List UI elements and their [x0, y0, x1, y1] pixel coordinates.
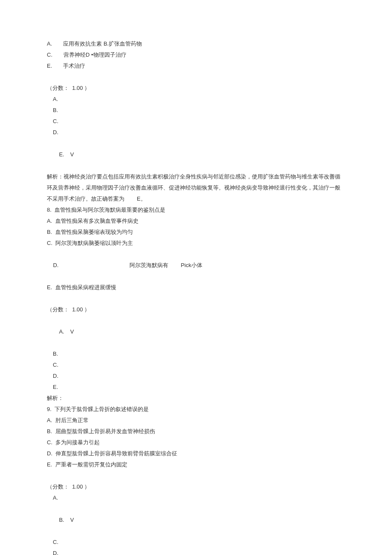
- q9-answer-d: D.: [47, 548, 345, 555]
- q7-answer-e-label: E.: [59, 151, 64, 158]
- q8-option-a: A. 血管性痴呆有多次脑血管事件病史: [47, 216, 345, 227]
- q8-answer-b: B.: [47, 348, 345, 359]
- check-mark-icon: V: [70, 326, 74, 337]
- q7-explanation: 解析：视神经炎治疗要点包括应用有效抗生素积极治疗全身性疾病与邻近部位感染，使用扩…: [47, 171, 345, 204]
- q7-answer-d: D.: [47, 127, 345, 138]
- q8-score: （分数： 1.00 ）: [47, 304, 345, 315]
- q9-option-d: D. 伸直型肱骨髁上骨折容易导致前臂骨筋膜室综合征: [47, 448, 345, 459]
- q9-option-c: C. 多为间接暴力引起: [47, 437, 345, 448]
- q9-score: （分数： 1.00 ）: [47, 481, 345, 492]
- q8-option-c: C. 阿尔茨海默病脑萎缩以顶叶为主: [47, 238, 345, 249]
- q9-option-b: B. 屈曲型肱骨髁上骨折易并发血管神经损伤: [47, 426, 345, 437]
- document-page: A. 应用有效抗生素 B.扩张血管药物 C. 营养神经D •物理因子治疗 E. …: [0, 0, 392, 555]
- q7-option-e: E. 手术治疗: [47, 60, 345, 72]
- q7-option-a-b: A. 应用有效抗生素 B.扩张血管药物: [47, 38, 345, 49]
- q9-option-a: A. 肘后三角正常: [47, 415, 345, 426]
- q8-option-e: E. 血管性痴呆病程进展缓慢: [47, 282, 345, 293]
- q8-answer-e: E.: [47, 382, 345, 393]
- q7-option-c-d: C. 营养神经D •物理因子治疗: [47, 49, 345, 60]
- q8-answer-a-label: A.: [59, 328, 64, 335]
- check-mark-icon: V: [70, 149, 74, 160]
- q9-answer-a: A.: [47, 492, 345, 503]
- q8-explanation: 解析：: [47, 393, 345, 404]
- q9-answer-b-label: B.: [59, 517, 64, 523]
- q9-answer-b: B.V: [47, 503, 345, 537]
- q8-answer-d: D.: [47, 371, 345, 382]
- q9-stem: 9. 下列关于肱骨髁上骨折的叙述错误的是: [47, 404, 345, 415]
- q8-stem: 8. 血管性痴呆与阿尔茨海默病最重要的鉴别点是: [47, 204, 345, 216]
- q7-answer-a: A.: [47, 94, 345, 105]
- q9-option-e: E. 严重者一般需切开复位内固定: [47, 459, 345, 470]
- q9-answer-c: C.: [47, 537, 345, 548]
- q7-score: （分数： 1.00 ）: [47, 83, 345, 94]
- q7-answer-e: E.V: [47, 138, 345, 171]
- q7-answer-c: C.: [47, 116, 345, 127]
- check-mark-icon: V: [70, 515, 74, 526]
- q7-answer-b: B.: [47, 105, 345, 116]
- q8-option-b: B. 血管性痴呆脑萎缩表现较为均匀: [47, 227, 345, 238]
- q8-answer-a: A.V: [47, 315, 345, 348]
- q8-option-d-text: 阿尔茨海默病有 Pick小体: [130, 262, 202, 268]
- q8-answer-c: C.: [47, 359, 345, 371]
- q8-option-d-label: D.: [53, 260, 130, 271]
- q8-option-d: D.阿尔茨海默病有 Pick小体: [47, 249, 345, 282]
